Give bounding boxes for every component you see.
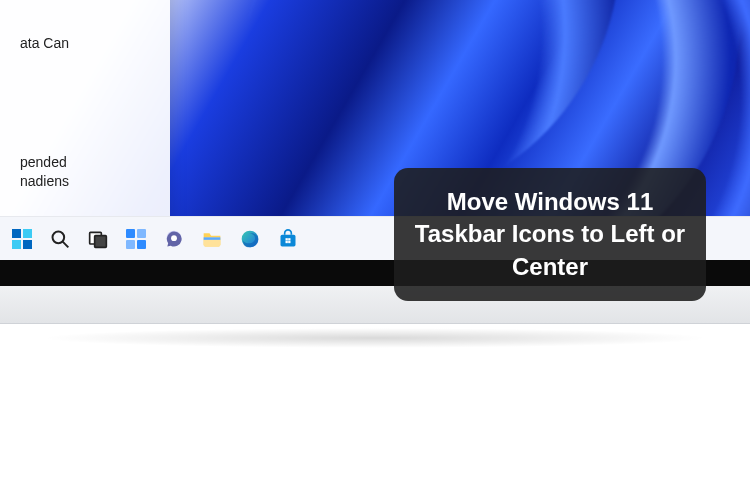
svg-rect-21 [288,240,290,242]
svg-rect-15 [204,237,221,240]
svg-line-5 [63,241,69,247]
svg-point-13 [171,235,177,241]
svg-point-4 [53,231,65,243]
widget-text-line: pended [20,153,154,172]
title-overlay: Move Windows 11 Taskbar Icons to Left or… [394,168,706,301]
task-view-icon[interactable] [86,227,110,251]
svg-rect-7 [95,235,107,247]
svg-rect-1 [23,229,32,238]
svg-rect-9 [137,229,146,238]
overlay-title: Move Windows 11 Taskbar Icons to Left or… [415,188,685,280]
svg-rect-18 [286,238,288,240]
widget-text-line: ata Can [20,34,154,53]
chat-icon[interactable] [162,227,186,251]
svg-rect-20 [286,240,288,242]
widget-text-line: nadiens [20,172,154,191]
laptop-shadow [40,328,710,348]
svg-rect-17 [281,234,296,246]
svg-rect-10 [126,240,135,249]
svg-rect-2 [12,240,21,249]
widgets-icon[interactable] [124,227,148,251]
svg-rect-8 [126,229,135,238]
thumbnail-frame: ata Can pended nadiens [0,0,750,340]
svg-rect-3 [23,240,32,249]
search-icon[interactable] [48,227,72,251]
svg-rect-19 [288,238,290,240]
start-icon[interactable] [10,227,34,251]
file-explorer-icon[interactable] [200,227,224,251]
edge-icon[interactable] [238,227,262,251]
store-icon[interactable] [276,227,300,251]
news-widget-panel: ata Can pended nadiens [0,0,170,216]
svg-rect-0 [12,229,21,238]
svg-rect-11 [137,240,146,249]
